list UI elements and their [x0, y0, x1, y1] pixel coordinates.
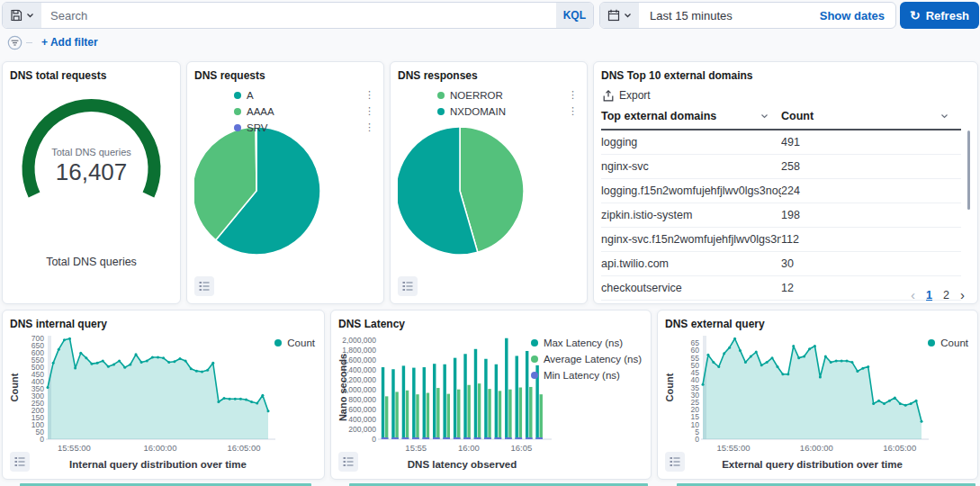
svg-text:2,000,000: 2,000,000	[342, 336, 376, 345]
dns-responses-pie-chart[interactable]: NOERROR⋮NXDOMAIN⋮	[398, 82, 580, 296]
chart-legend: Count	[274, 338, 315, 348]
legend-dot-icon	[437, 92, 445, 99]
legend-item[interactable]: SRV⋮	[234, 122, 376, 133]
svg-text:Count: Count	[665, 373, 675, 401]
panel-title: DNS Top 10 external domains	[601, 69, 970, 82]
list-icon	[197, 279, 211, 293]
legend-actions-icon[interactable]: ⋮	[363, 105, 376, 117]
time-range-button[interactable]: Last 15 minutes	[639, 3, 809, 28]
legend-item[interactable]: Max Latency (ns)	[531, 338, 642, 348]
count-cell: 491	[781, 130, 961, 155]
date-quick-menu-button[interactable]	[600, 3, 639, 28]
legend-item[interactable]: AAAA⋮	[234, 105, 376, 117]
legend-dot-icon	[234, 108, 241, 115]
domain-cell: nginx-svc.f15n2womfujehfjlwv0lgs3no...	[601, 228, 781, 252]
save-icon	[10, 9, 22, 22]
pagination-next-icon[interactable]: ›	[960, 288, 965, 302]
panel-dns-total-requests: DNS total requests Total DNS queries16,4…	[2, 61, 181, 304]
column-header-label: Count	[781, 110, 814, 122]
panel-dns-external-query: DNS external query 051015202530354045505…	[657, 310, 978, 480]
legend-label: Average Latency (ns)	[544, 354, 642, 364]
table-row: logging.f15n2womfujehfjlwv0lgs3nog....22…	[601, 179, 961, 203]
legend-item[interactable]: Count	[274, 338, 315, 348]
domain-cell: api.twilio.com	[601, 252, 781, 276]
list-icon	[668, 454, 682, 469]
legend-list-toggle-button[interactable]	[338, 452, 358, 472]
legend-dot-icon	[437, 108, 445, 115]
table-scrollbar[interactable]	[967, 130, 970, 210]
svg-text:0: 0	[372, 435, 376, 444]
filter-bar: + Add filter	[7, 34, 103, 50]
legend-list-toggle-button[interactable]	[194, 276, 214, 296]
svg-text:DNS latency observed: DNS latency observed	[408, 459, 517, 470]
svg-text:15:55:00: 15:55:00	[58, 443, 91, 453]
column-header-domains[interactable]: Top external domains	[601, 105, 781, 130]
chevron-down-icon	[624, 13, 632, 18]
external-query-area-chart[interactable]: 0510152025303540455055606515:55:0016:00:…	[665, 330, 970, 472]
chart-legend: Max Latency (ns)Average Latency (ns)Min …	[531, 338, 642, 381]
add-filter-button[interactable]: + Add filter	[36, 35, 103, 50]
refresh-label: Refresh	[926, 9, 969, 22]
kql-badge[interactable]: KQL	[556, 3, 593, 28]
svg-text:Count: Count	[10, 373, 20, 401]
pagination-prev-icon[interactable]: ‹	[911, 288, 915, 302]
list-icon	[341, 454, 355, 469]
chart-legend: Count	[928, 338, 968, 348]
table-row: checkoutservice12	[601, 276, 961, 301]
panel-top-external-domains: DNS Top 10 external domains Export Top e…	[593, 61, 978, 304]
legend-actions-icon[interactable]: ⋮	[566, 105, 580, 117]
legend-item[interactable]: Min Latency (ns)	[531, 370, 642, 381]
chevron-down-icon	[26, 13, 34, 18]
sort-chevron-icon	[940, 113, 949, 119]
legend-label: NOERROR	[450, 90, 503, 101]
column-header-count[interactable]: Count	[781, 105, 961, 130]
legend-dot-icon	[531, 356, 538, 363]
sort-chevron-icon	[760, 113, 769, 119]
dns-requests-pie-chart[interactable]: A⋮AAAA⋮SRV⋮	[194, 82, 376, 296]
legend-list-toggle-button[interactable]	[665, 452, 685, 472]
legend-item[interactable]: Count	[928, 338, 968, 348]
count-cell: 112	[781, 228, 961, 252]
svg-text:16,407: 16,407	[56, 158, 128, 185]
svg-text:Internal query distribution ov: Internal query distribution over time	[69, 459, 247, 470]
saved-query-menu-button[interactable]	[3, 3, 41, 28]
svg-text:16:05:00: 16:05:00	[228, 443, 261, 453]
calendar-icon	[607, 9, 620, 22]
legend-list-toggle-button[interactable]	[398, 276, 418, 296]
export-button[interactable]: Export	[603, 89, 651, 102]
dns-latency-bar-chart[interactable]: 0200,000400,000600,000800,0001,000,0001,…	[338, 330, 643, 472]
legend-item[interactable]: NOERROR⋮	[437, 89, 580, 101]
filter-icon[interactable]	[7, 35, 22, 50]
legend-dot-icon	[234, 92, 241, 99]
svg-text:16:00:00: 16:00:00	[800, 443, 833, 453]
query-bar: KQL	[2, 2, 594, 29]
legend-actions-icon[interactable]: ⋮	[566, 89, 580, 101]
pagination-page-1[interactable]: 1	[926, 289, 932, 302]
table-row: nginx-svc258	[601, 155, 961, 179]
show-dates-button[interactable]: Show dates	[809, 3, 895, 28]
svg-text:15:55: 15:55	[405, 443, 427, 453]
svg-text:16:00: 16:00	[458, 443, 480, 453]
legend-label: Count	[287, 338, 315, 348]
chart-legend: A⋮AAAA⋮SRV⋮	[234, 89, 376, 133]
legend-item[interactable]: A⋮	[234, 89, 376, 101]
svg-text:400,000: 400,000	[348, 415, 376, 424]
svg-text:Total DNS queries: Total DNS queries	[46, 256, 137, 268]
pagination-page-2[interactable]: 2	[943, 289, 949, 302]
search-input[interactable]	[41, 3, 556, 28]
legend-label: Min Latency (ns)	[544, 370, 620, 381]
internal-query-area-chart[interactable]: 0501001502002503003504004505005506006507…	[10, 330, 317, 472]
legend-item[interactable]: Average Latency (ns)	[531, 354, 642, 364]
refresh-button[interactable]: ↻ Refresh	[900, 2, 979, 29]
legend-dot-icon	[928, 339, 935, 346]
svg-text:65: 65	[691, 338, 700, 347]
legend-actions-icon[interactable]: ⋮	[363, 89, 376, 101]
legend-label: A	[247, 90, 254, 101]
domain-cell: logging.f15n2womfujehfjlwv0lgs3nog....	[601, 179, 781, 203]
svg-text:200,000: 200,000	[348, 425, 376, 434]
legend-item[interactable]: NXDOMAIN⋮	[437, 105, 580, 117]
kibana-dashboard: KQL Last 15 minutes Show dates ↻ Refresh	[0, 0, 980, 486]
legend-list-toggle-button[interactable]	[10, 452, 30, 472]
panel-title: DNS internal query	[10, 318, 317, 330]
legend-actions-icon[interactable]: ⋮	[363, 122, 376, 133]
